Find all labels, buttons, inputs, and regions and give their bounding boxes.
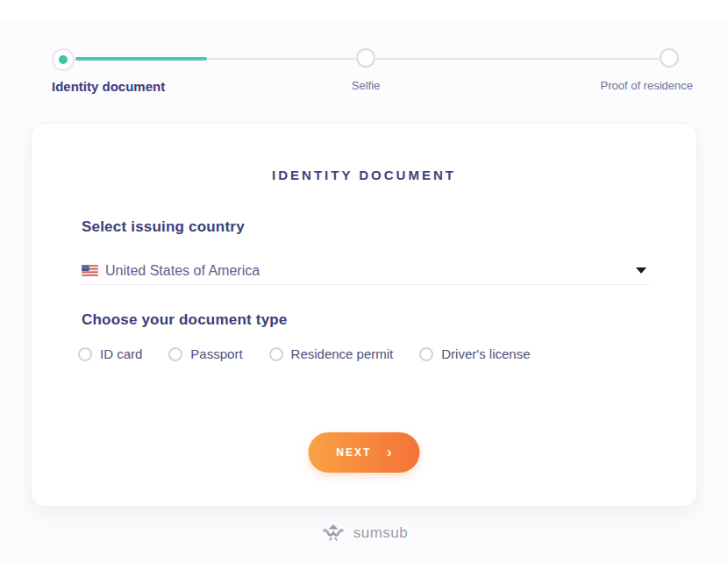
- active-step-dot: [59, 55, 68, 64]
- progress-stepper: Identity document Selfie Proof of reside…: [0, 0, 728, 105]
- step-indicator-proof-of-residence: [660, 48, 679, 68]
- radio-option-residence-permit[interactable]: Residence permit: [269, 346, 394, 361]
- sumsub-logo-icon: [320, 523, 346, 544]
- radio-option-passport[interactable]: Passport: [168, 346, 242, 361]
- selected-country-value: United States of America: [105, 263, 260, 279]
- radio-circle-icon[interactable]: [419, 347, 433, 361]
- radio-label: Passport: [190, 346, 242, 361]
- radio-option-drivers-license[interactable]: Driver's license: [419, 346, 530, 361]
- next-button[interactable]: NEXT ›: [309, 432, 420, 473]
- step-label-proof-of-residence: Proof of residence: [600, 79, 693, 92]
- radio-option-id-card[interactable]: ID card: [78, 346, 142, 361]
- document-type-options: ID card Passport Residence permit Driver…: [78, 346, 531, 361]
- us-flag-icon: [82, 265, 98, 276]
- step-label-selfie: Selfie: [278, 79, 453, 92]
- radio-circle-icon[interactable]: [78, 347, 92, 361]
- brand-name: sumsub: [353, 524, 409, 542]
- issuing-country-label: Select issuing country: [82, 218, 245, 236]
- radio-circle-icon[interactable]: [269, 347, 283, 361]
- brand-footer: sumsub: [0, 523, 728, 544]
- radio-circle-icon[interactable]: [168, 347, 182, 361]
- kyc-verification-page: Identity document Selfie Proof of reside…: [0, 0, 728, 563]
- step-progress-line-2: [376, 58, 659, 60]
- radio-label: Residence permit: [291, 346, 394, 361]
- identity-document-card: IDENTITY DOCUMENT Select issuing country: [31, 123, 697, 507]
- step-label-identity-document: Identity document: [52, 79, 165, 94]
- next-button-label: NEXT: [336, 446, 371, 459]
- chevron-right-icon: ›: [387, 445, 391, 460]
- step-indicator-identity-document: [52, 48, 75, 71]
- dropdown-arrow-icon[interactable]: [636, 267, 646, 274]
- step-progress-line-1: [75, 58, 355, 60]
- radio-label: Driver's license: [441, 346, 530, 361]
- card-title: IDENTITY DOCUMENT: [32, 167, 696, 182]
- radio-label: ID card: [100, 346, 142, 361]
- step-indicator-selfie: [356, 48, 375, 68]
- document-type-label: Choose your document type: [82, 311, 288, 329]
- country-select[interactable]: United States of America: [82, 257, 650, 285]
